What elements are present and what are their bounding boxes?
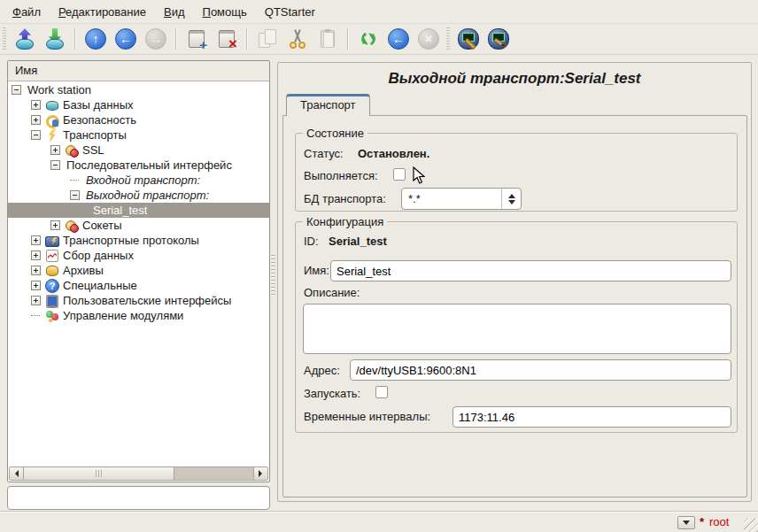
transport-db-combobox[interactable]: *.* [401, 188, 522, 210]
toolbar-separator [74, 28, 76, 50]
menu-qtstarter[interactable]: QTStarter [256, 2, 324, 22]
expand-icon[interactable] [31, 296, 41, 305]
tab-pane: Состояние Статус: Остановлен. Выполняетс… [282, 115, 747, 497]
tree-item-serial-test[interactable]: Serial_test [8, 203, 269, 218]
stop-button[interactable]: × [415, 26, 442, 52]
forward-arrow-icon: → [145, 28, 166, 50]
qt-toolbar-drag-handle-icon[interactable] [445, 27, 451, 50]
menu-view[interactable]: Вид [155, 2, 194, 22]
collapse-icon[interactable] [70, 190, 80, 200]
collapse-icon[interactable] [12, 85, 21, 95]
cut-button[interactable] [284, 26, 311, 52]
tree-item-label: Сокеты [79, 219, 122, 232]
tree-item-security[interactable]: Безопасность [8, 112, 269, 127]
ui-icon [45, 294, 59, 308]
menu-file[interactable]: Файл [4, 2, 50, 22]
running-checkbox[interactable] [393, 168, 406, 181]
tree-item-label: Транспорты [59, 128, 127, 142]
tree-column-header[interactable]: Имя [8, 61, 269, 81]
autostart-checkbox[interactable] [375, 386, 388, 398]
tree-item-ssl[interactable]: SSL [8, 143, 269, 158]
tree-item-databases[interactable]: Базы данных [8, 97, 269, 112]
combo-spin-arrows-icon[interactable] [501, 189, 521, 209]
tree-item-data-acquisition[interactable]: Сбор данных [8, 248, 269, 263]
collapse-icon[interactable] [31, 130, 41, 140]
toolbar-drag-handle-icon[interactable] [1, 27, 7, 50]
start-button[interactable]: ← [385, 26, 412, 52]
refresh-icon [358, 28, 379, 50]
expand-icon[interactable] [31, 251, 41, 260]
page-title: Выходной транспорт:Serial_test [278, 70, 751, 88]
tree-item-transports[interactable]: Транспорты [8, 127, 269, 143]
load-from-db-button[interactable] [12, 26, 38, 52]
address-input[interactable] [350, 359, 731, 381]
up-button[interactable]: ↑ [82, 26, 109, 52]
tree-item-user-interfaces[interactable]: Пользовательские интерфейсы [8, 293, 269, 308]
expand-icon[interactable] [50, 145, 60, 155]
stop-icon: × [418, 28, 439, 50]
timings-input[interactable] [452, 406, 731, 428]
tree-item-input-transport[interactable]: Входной транспорт: [8, 173, 269, 188]
qtcfg-editor-button[interactable] [485, 26, 512, 52]
delete-item-button[interactable] [213, 26, 240, 52]
resize-grip-icon[interactable] [744, 518, 758, 532]
tree-branch-line [31, 315, 40, 316]
menu-edit[interactable]: Редактирование [50, 2, 155, 22]
tree-item-serial-interface[interactable]: Последовательный интерфейс [8, 158, 269, 173]
config-group-legend: Конфигурация [303, 215, 387, 228]
tree-filter-input[interactable] [7, 486, 270, 510]
config-edit-icon [488, 28, 509, 50]
menu-help[interactable]: Помощь [194, 2, 256, 22]
expand-icon[interactable] [31, 115, 41, 125]
detail-panel: Выходной транспорт:Serial_test Транспорт… [277, 62, 752, 502]
add-item-button[interactable] [183, 26, 210, 52]
db-upload-icon [14, 28, 35, 50]
forward-button[interactable]: → [143, 26, 169, 52]
tree-item-special[interactable]: Специальные [8, 278, 269, 293]
paste-icon [317, 28, 338, 50]
tree-item-archives[interactable]: Архивы [8, 263, 269, 278]
tree-item-label: Последовательный интерфейс [63, 158, 232, 172]
panel-splitter[interactable] [269, 60, 277, 482]
mouse-cursor-icon [413, 166, 425, 185]
id-value: Serial_test [329, 235, 387, 248]
ssl-icon [65, 143, 79, 158]
tree-item-sockets[interactable]: Сокеты [8, 218, 269, 233]
transport-db-value: *.* [402, 192, 501, 205]
tree-item-workstation[interactable]: Work station [8, 82, 269, 97]
collapse-icon[interactable] [50, 160, 60, 170]
copy-button[interactable] [254, 26, 281, 52]
scrollbar-track[interactable] [174, 467, 253, 480]
toolbar-separator [246, 28, 248, 50]
scroll-left-button[interactable] [10, 467, 24, 480]
tab-transport[interactable]: Транспорт [286, 94, 370, 116]
save-to-db-button[interactable] [42, 26, 68, 52]
db-download-icon [44, 28, 66, 50]
refresh-button[interactable] [355, 26, 382, 52]
scrollbar-thumb[interactable] [24, 467, 174, 480]
back-button[interactable]: ← [112, 26, 139, 52]
tree-item-label: Выходной транспорт: [82, 189, 209, 202]
name-input[interactable] [330, 260, 731, 281]
sockets-icon [65, 219, 79, 233]
autostart-label: Запускать: [304, 387, 360, 400]
scroll-right-button[interactable] [253, 467, 267, 480]
description-textarea[interactable] [303, 304, 731, 354]
expand-icon[interactable] [31, 266, 41, 275]
qtcfg-configurator-button[interactable] [455, 26, 482, 52]
expand-icon[interactable] [31, 281, 41, 290]
running-label: Выполняется: [304, 169, 378, 182]
tree-item-module-management[interactable]: Управление модулями [8, 308, 269, 323]
paste-button[interactable] [314, 26, 341, 52]
expand-icon[interactable] [31, 235, 41, 245]
tree-horizontal-scrollbar[interactable] [9, 466, 268, 481]
tree-item-label: Serial_test [89, 204, 147, 217]
tree-item-transport-protocols[interactable]: Транспортные протоколы [8, 233, 269, 248]
navigation-tree: Work stationБазы данныхБезопасностьТранс… [8, 82, 269, 466]
user-dropdown-button[interactable] [677, 516, 695, 529]
tree-item-label: Сбор данных [59, 249, 134, 262]
tree-panel: Имя Work stationБазы данныхБезопасностьТ… [7, 60, 270, 482]
expand-icon[interactable] [50, 220, 60, 230]
expand-icon[interactable] [31, 100, 41, 110]
tree-item-output-transport[interactable]: Выходной транспорт: [8, 188, 269, 203]
